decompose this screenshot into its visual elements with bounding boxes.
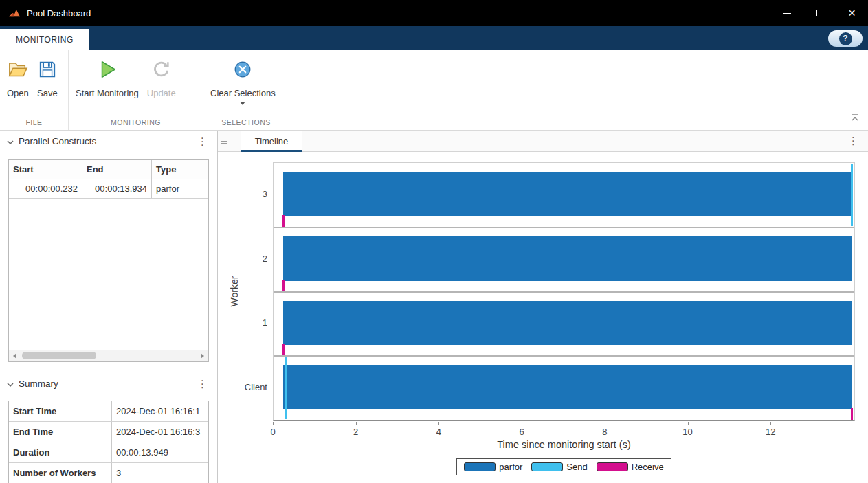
legend-label: Send — [566, 462, 587, 472]
summary-menu-button[interactable]: ⋮ — [194, 379, 210, 389]
help-button[interactable]: ? — [828, 30, 863, 47]
save-button[interactable]: Save — [33, 59, 62, 98]
scroll-left-button[interactable] — [9, 350, 21, 361]
x-tick-label: 10 — [682, 427, 692, 437]
x-tick-mark — [522, 422, 522, 425]
update-icon — [151, 59, 172, 82]
triangle-right-icon — [201, 353, 204, 359]
matlab-logo-icon — [8, 8, 21, 19]
maximize-icon — [816, 10, 823, 16]
help-icon: ? — [839, 32, 852, 45]
start-monitoring-icon — [97, 59, 118, 82]
constructs-section-header: Parallel Constructs ⋮ — [0, 131, 217, 151]
window-controls: ✕ — [771, 0, 868, 26]
update-button-label: Update — [147, 88, 176, 98]
y-tick-label: 3 — [218, 188, 267, 201]
triangle-left-icon — [13, 353, 16, 359]
x-tick-mark — [770, 422, 771, 425]
constructs-table-body[interactable]: 00:00:00.23200:00:13.934parfor — [9, 179, 208, 350]
tab-monitoring[interactable]: MONITORING — [0, 29, 89, 50]
timeline-bar-parfor[interactable] — [283, 301, 852, 346]
scrollbar-track[interactable] — [21, 350, 197, 361]
chevron-down-icon[interactable] — [7, 377, 14, 390]
main-panel: Timeline ⋮ Worker 321Client 024681012 Ti… — [218, 131, 868, 483]
summary-row: Start Time2024-Dec-01 16:16:1 — [9, 401, 208, 422]
x-tick-label: 0 — [270, 427, 275, 437]
chevron-down-icon[interactable] — [240, 102, 245, 105]
constructs-menu-button[interactable]: ⋮ — [194, 136, 210, 146]
timeline-mark-send[interactable] — [285, 357, 287, 419]
ribbon-group-selections-label: SELECTIONS — [203, 118, 289, 126]
scroll-right-button[interactable] — [197, 350, 208, 361]
summary-label: Start Time — [9, 401, 112, 421]
timeline-bar-parfor[interactable] — [283, 236, 852, 281]
x-tick-mark — [605, 422, 605, 425]
clear-selections-label: Clear Selections — [210, 88, 276, 98]
x-axis-tick-labels: 024681012 — [273, 421, 855, 439]
chevron-down-icon[interactable] — [7, 135, 14, 147]
timeline-mark-send[interactable] — [851, 164, 853, 226]
ribbon-group-monitoring: Start Monitoring Update MONITORING — [69, 50, 203, 130]
constructs-col-header: End — [82, 160, 152, 179]
horizontal-scrollbar[interactable] — [9, 350, 208, 361]
open-button[interactable]: Open — [3, 59, 33, 98]
plot-area[interactable] — [273, 162, 855, 421]
table-cell: 00:00:00.232 — [9, 179, 82, 198]
legend-row: parforSendReceive — [273, 458, 855, 475]
table-cell: parfor — [152, 179, 208, 198]
start-monitoring-label: Start Monitoring — [76, 88, 139, 98]
y-tick-label: 2 — [218, 253, 267, 265]
collapse-ribbon-button[interactable] — [850, 112, 860, 124]
timeline-chart: Worker 321Client 024681012 Time since mo… — [218, 152, 868, 483]
summary-label: Duration — [9, 442, 112, 462]
timeline-mark-receive[interactable] — [282, 344, 285, 355]
summary-row: End Time2024-Dec-01 16:16:3 — [9, 422, 208, 442]
ribbon: Open Save FILE Start Monitoring — [0, 50, 868, 131]
minimize-button[interactable] — [771, 0, 803, 26]
close-icon: ✕ — [848, 8, 856, 18]
open-button-label: Open — [7, 88, 29, 98]
x-tick-mark — [688, 422, 689, 425]
constructs-table-header: StartEndType — [9, 160, 208, 179]
timeline-bar-parfor[interactable] — [283, 172, 852, 216]
legend-label: Receive — [632, 462, 664, 472]
legend-item: parfor — [464, 462, 522, 472]
table-row[interactable]: 00:00:00.23200:00:13.934parfor — [9, 179, 208, 199]
timeline-menu-button[interactable]: ⋮ — [845, 135, 861, 146]
x-tick-label: 12 — [766, 427, 775, 437]
legend-item: Receive — [597, 462, 664, 472]
y-tick-label: 1 — [218, 317, 267, 329]
timeline-mark-receive[interactable] — [282, 215, 285, 227]
row-separator — [274, 355, 854, 357]
update-button[interactable]: Update — [143, 59, 180, 98]
timeline-mark-receive[interactable] — [851, 408, 853, 420]
x-tick-mark — [356, 422, 357, 425]
y-axis-tick-labels: 321Client — [218, 162, 267, 421]
close-button[interactable]: ✕ — [836, 0, 868, 26]
open-folder-icon — [8, 59, 28, 82]
ribbon-group-monitoring-label: MONITORING — [69, 118, 203, 126]
row-separator — [274, 227, 854, 228]
x-tick-mark — [438, 422, 439, 425]
save-icon — [37, 59, 58, 82]
x-tick-label: 6 — [520, 427, 524, 437]
summary-label: Number of Workers — [9, 463, 112, 483]
summary-value: 2024-Dec-01 16:16:1 — [112, 401, 208, 421]
legend-item: Send — [531, 462, 587, 472]
timeline-bar-parfor[interactable] — [283, 365, 852, 409]
summary-value: 3 — [112, 463, 208, 483]
clear-selections-button[interactable]: Clear Selections — [206, 59, 280, 105]
constructs-col-header: Type — [152, 160, 208, 179]
maximize-button[interactable] — [803, 0, 836, 26]
title-bar: Pool Dashboard ✕ — [0, 0, 868, 26]
summary-label: End Time — [9, 422, 112, 442]
x-tick-label: 2 — [353, 427, 358, 437]
splitter-handle[interactable] — [221, 131, 231, 151]
timeline-mark-receive[interactable] — [282, 280, 285, 291]
tab-timeline[interactable]: Timeline — [241, 131, 302, 151]
constructs-table: StartEndType 00:00:00.23200:00:13.934par… — [8, 159, 209, 362]
left-panel: Parallel Constructs ⋮ StartEndType 00:00… — [0, 131, 218, 483]
start-monitoring-button[interactable]: Start Monitoring — [71, 59, 143, 98]
summary-row: Duration00:00:13.949 — [9, 442, 208, 463]
scrollbar-thumb[interactable] — [22, 352, 96, 359]
